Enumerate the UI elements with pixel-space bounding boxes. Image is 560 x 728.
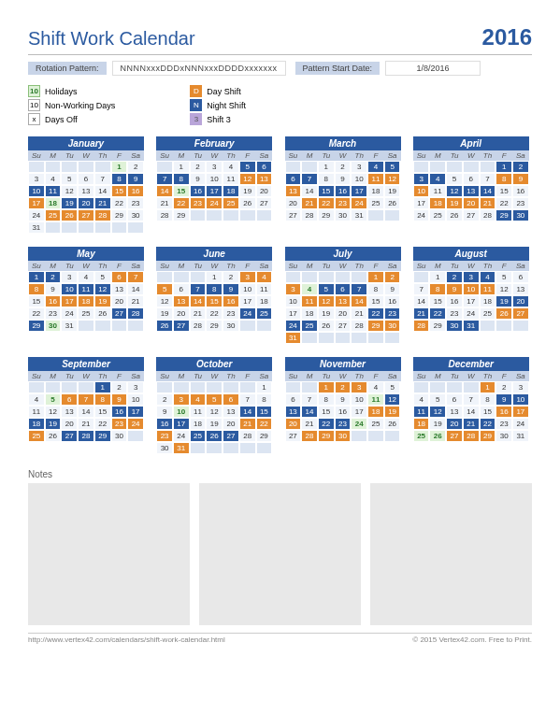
holiday-swatch: 10	[28, 85, 40, 97]
day-cell: 12	[318, 295, 335, 307]
day-head: F	[111, 371, 128, 381]
day-cell: 29	[429, 320, 446, 332]
day-cell: 14	[156, 185, 173, 197]
day-head: F	[111, 150, 128, 161]
day-cell: 17	[413, 197, 430, 209]
week-row: 10111213141516	[413, 185, 529, 197]
day-cell	[351, 271, 367, 283]
day-head: Th	[351, 371, 367, 381]
day-cell: 6	[335, 283, 352, 295]
week-row: 17181920212223	[413, 197, 529, 209]
week-row: 19202122232425	[156, 307, 272, 320]
day-cell: 8	[111, 173, 128, 185]
legend-nonworking: 10Non-Working Days	[28, 99, 115, 111]
day-cell: 3	[351, 381, 367, 393]
day-cell: 24	[351, 418, 367, 430]
day-cell: 12	[61, 185, 78, 197]
day-head: M	[45, 150, 62, 161]
day-headers: SuMTuWThFSa	[413, 150, 529, 161]
day-cell: 17	[127, 406, 144, 418]
day-cell: 23	[45, 307, 62, 320]
day-cell: 30	[384, 320, 401, 332]
notes-box[interactable]	[370, 483, 532, 625]
day-cell: 17	[61, 295, 78, 307]
day-cell: 3	[463, 271, 480, 283]
day-cell: 26	[61, 209, 78, 221]
day-cell: 10	[127, 393, 144, 406]
startdate-value[interactable]: 1/8/2016	[385, 61, 481, 76]
day-cell: 20	[173, 307, 190, 320]
day-cell: 2	[45, 271, 62, 283]
day-cell	[429, 161, 446, 173]
rotation-label: Rotation Pattern:	[28, 62, 107, 75]
day-cell: 13	[61, 406, 78, 418]
day-cell: 16	[495, 406, 512, 418]
day-head: Sa	[384, 261, 401, 271]
day-cell: 3	[127, 381, 144, 393]
day-head: F	[239, 150, 256, 161]
day-cell: 23	[446, 307, 463, 320]
day-cell: 12	[94, 283, 111, 295]
day-cell: 13	[173, 295, 190, 307]
day-cell	[367, 209, 384, 221]
day-cell: 25	[78, 307, 94, 320]
day-cell: 9	[111, 393, 128, 406]
day-cell: 29	[28, 320, 45, 332]
rotation-value[interactable]: NNNNxxxDDDxNNNxxxDDDDxxxxxxx	[112, 61, 286, 76]
day-cell	[61, 161, 78, 173]
legend-shift3: 3Shift 3	[190, 113, 246, 125]
calendar-page: Shift Work Calendar 2016 Rotation Patter…	[0, 0, 560, 728]
day-cell: 28	[190, 320, 207, 332]
day-cell: 9	[512, 173, 529, 185]
day-cell: 15	[495, 185, 512, 197]
day-head: M	[173, 261, 190, 271]
day-cell: 8	[480, 393, 496, 406]
day-cell: 3	[206, 161, 223, 173]
notes-title: Notes	[28, 469, 532, 479]
day-cell: 1	[318, 161, 335, 173]
day-cell: 21	[301, 197, 318, 209]
day-cell: 30	[495, 430, 512, 442]
day-cell	[28, 381, 45, 393]
month: MarchSuMTuWThFSa123456789101112131415161…	[285, 136, 401, 234]
day-cell: 4	[413, 393, 430, 406]
day-head: Su	[156, 261, 173, 271]
day-head: Tu	[61, 261, 78, 271]
day-cell: 1	[429, 271, 446, 283]
day-cell: 26	[318, 320, 335, 332]
day-cell: 14	[78, 406, 94, 418]
notes-box[interactable]	[199, 483, 361, 625]
day-cell	[256, 442, 273, 454]
day-head: W	[463, 150, 480, 161]
week-row: 25262728293031	[413, 430, 529, 442]
day-cell	[111, 221, 128, 234]
day-cell: 19	[156, 307, 173, 320]
day-cell	[446, 381, 463, 393]
legend-nightshift: NNight Shift	[190, 99, 246, 111]
day-cell: 6	[61, 393, 78, 406]
day-cell: 14	[239, 406, 256, 418]
day-cell: 6	[173, 283, 190, 295]
daysoff-swatch: x	[28, 113, 40, 125]
day-cell: 29	[256, 430, 273, 442]
day-headers: SuMTuWThFSa	[156, 150, 272, 161]
day-head: Th	[223, 371, 239, 381]
day-headers: SuMTuWThFSa	[156, 371, 272, 381]
day-cell	[463, 381, 480, 393]
day-cell: 14	[94, 185, 111, 197]
day-head: Tu	[190, 261, 207, 271]
day-cell: 19	[239, 185, 256, 197]
day-cell: 28	[239, 430, 256, 442]
day-cell: 5	[446, 173, 463, 185]
day-cell: 4	[78, 271, 94, 283]
day-head: M	[429, 150, 446, 161]
day-cell	[239, 209, 256, 221]
day-cell: 26	[446, 209, 463, 221]
day-cell: 9	[127, 173, 144, 185]
day-cell: 10	[463, 283, 480, 295]
day-cell: 22	[480, 418, 496, 430]
notes-box[interactable]	[28, 483, 190, 625]
day-cell: 8	[495, 173, 512, 185]
day-cell: 22	[495, 197, 512, 209]
day-cell: 6	[256, 161, 273, 173]
